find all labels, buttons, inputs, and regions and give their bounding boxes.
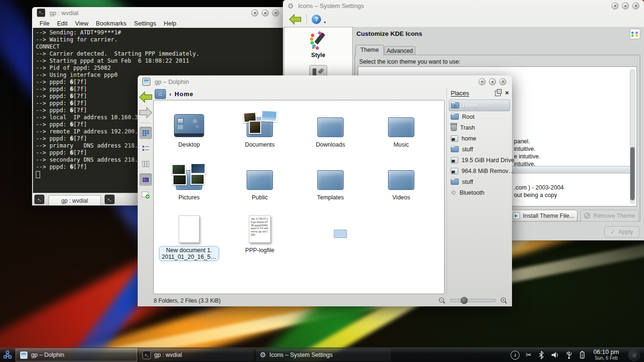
icons-view-button[interactable] <box>140 127 152 139</box>
preview-toggle-button[interactable] <box>140 173 152 186</box>
menu-help[interactable]: Help <box>160 19 180 27</box>
install-theme-button[interactable]: Install Theme File... <box>510 210 578 222</box>
minimize-button[interactable]: ▾ <box>611 2 619 9</box>
folder-item-documents[interactable]: Documents <box>224 103 295 156</box>
minimize-button[interactable]: ▾ <box>479 78 486 85</box>
maximize-button[interactable]: ● <box>489 78 496 85</box>
taskbar-task-dolphin[interactable]: gp – Dolphin <box>16 348 137 362</box>
places-item-stuff2[interactable]: stuff <box>449 176 510 187</box>
terminal-line: --> Starting pppd at Sun Feb 6 18:08:22 … <box>36 58 283 65</box>
maximize-button[interactable]: ● <box>622 2 629 9</box>
battery-icon[interactable] <box>579 351 586 359</box>
photo-thumbnail <box>261 110 277 122</box>
menu-view[interactable]: View <box>71 19 92 27</box>
dolphin-titlebar[interactable]: gp – Dolphin <box>138 75 512 88</box>
overview-grid-icon[interactable] <box>630 29 640 39</box>
folder-icon <box>451 146 459 152</box>
icons-view-icon <box>142 129 149 137</box>
app-launcher-button[interactable] <box>0 348 15 362</box>
folder-item-videos[interactable]: Videos <box>366 156 437 209</box>
close-button[interactable]: ✕ <box>499 78 506 85</box>
places-item-stuff[interactable]: stuff <box>449 144 510 155</box>
folder-item-public[interactable]: Public <box>224 156 295 209</box>
menu-edit[interactable]: Edit <box>53 19 71 27</box>
toolbar-separator <box>306 14 307 25</box>
help-icon[interactable]: ? <box>312 15 321 24</box>
settings-titlebar[interactable]: ⚙ Icons – System Settings <box>283 0 644 12</box>
sidebar-item-style[interactable]: Style <box>311 52 325 58</box>
folder-item-pictures[interactable]: Pictures <box>154 156 224 209</box>
zoom-slider[interactable] <box>450 299 496 302</box>
clipboard-scissors-icon[interactable]: ✂ <box>526 351 532 359</box>
folder-icon <box>388 170 414 190</box>
minimize-button[interactable]: ▾ <box>251 9 258 16</box>
places-item-hard-drive[interactable]: 19.5 GiB Hard Drive <box>449 155 510 165</box>
taskbar-task-wvdial[interactable]: >_ gp : wvdial <box>138 348 255 362</box>
scrollbar[interactable] <box>630 69 635 204</box>
back-button[interactable] <box>139 91 153 103</box>
drag-ghost-icon <box>334 230 347 238</box>
close-button[interactable]: ✕ <box>632 2 639 9</box>
split-view-button[interactable] <box>140 189 152 201</box>
chevron-down-icon[interactable]: ▾ <box>324 20 326 25</box>
remove-theme-button[interactable]: Remove Theme <box>580 210 639 222</box>
new-tab-button[interactable]: >_ <box>34 195 44 204</box>
zoom-slider-thumb[interactable] <box>461 297 468 304</box>
places-item-home-drive[interactable]: home <box>449 133 510 144</box>
places-panel: Places ✕ ⌂ Home Root Trash home <box>446 88 510 295</box>
folder-icon <box>247 117 273 137</box>
maximize-button[interactable]: ● <box>262 9 269 16</box>
menu-settings[interactable]: Settings <box>130 19 160 27</box>
forward-button[interactable] <box>139 107 153 119</box>
menu-bookmarks[interactable]: Bookmarks <box>92 19 130 27</box>
folder-icon <box>247 170 273 190</box>
panel-toolbox-icon[interactable] <box>628 349 640 361</box>
close-button[interactable]: ✕ <box>272 9 279 16</box>
usb-device-icon[interactable] <box>565 351 573 359</box>
taskbar-task-system-settings[interactable]: ⚙ Icons – System Settings <box>256 348 391 362</box>
icon-theme-prompt: Select the icon theme you want to use: <box>359 58 461 65</box>
folder-item-downloads[interactable]: Downloads <box>295 103 366 156</box>
bluetooth-icon[interactable] <box>538 351 545 359</box>
konsole-window-title: gp : wvdial <box>50 9 78 16</box>
places-item-trash[interactable]: Trash <box>449 122 510 133</box>
tab-theme[interactable]: Theme <box>355 45 384 55</box>
apply-button[interactable]: ✓ Apply <box>604 226 639 238</box>
places-item-home[interactable]: ⌂ Home <box>449 99 510 111</box>
places-item-removable[interactable]: 964.8 MiB Remov… <box>449 165 510 176</box>
details-view-button[interactable] <box>140 142 152 155</box>
places-item-bluetooth[interactable]: ⚙ Bluetooth <box>449 187 510 198</box>
folder-item-templates[interactable]: Templates <box>295 156 366 209</box>
places-item-root[interactable]: Root <box>449 111 510 122</box>
folder-item-desktop[interactable]: Desktop <box>154 103 224 156</box>
gear-icon: ⚙ <box>288 2 294 10</box>
file-item-new-document[interactable]: New document 1. 2011_01_20_16_5… <box>154 209 224 262</box>
clock[interactable]: 06:10 pm Sun, 6 Feb <box>592 349 621 361</box>
no-entry-icon <box>584 213 590 219</box>
columns-view-button[interactable] <box>140 158 152 170</box>
window-dolphin: gp – Dolphin ▾ ● ✕ ⌂ › Home <box>138 75 512 306</box>
tab-advanced[interactable]: Advanced <box>384 46 415 55</box>
konsole-titlebar[interactable]: >_ gp : wvdial <box>32 7 287 18</box>
konsole-tab[interactable]: gp : wvdial <box>49 195 101 206</box>
zoom-in-icon[interactable] <box>500 297 507 304</box>
settings-toolbar: ? ▾ <box>283 12 644 27</box>
zoom-out-icon[interactable] <box>438 297 446 304</box>
drive-icon <box>451 135 458 142</box>
info-icon[interactable]: i <box>511 351 520 360</box>
konsole-menubar: File Edit View Bookmarks Settings Help <box>32 18 287 28</box>
menu-file[interactable]: File <box>36 19 53 27</box>
dolphin-file-view[interactable]: Desktop Documents Downloads Music <box>153 100 445 294</box>
close-tab-button[interactable]: >_ <box>105 195 115 204</box>
folder-item-music[interactable]: Music <box>366 103 437 156</box>
style-icon[interactable] <box>308 31 328 51</box>
float-panel-icon[interactable] <box>495 90 501 96</box>
breadcrumb-home[interactable]: Home <box>174 90 193 98</box>
theme-list-text: panel. intuitive. e intuitive. intuitive… <box>514 138 540 168</box>
file-item-ppp-logfile[interactable]: Jan 17 09:47:18 gp-Aspire-5738 pppd[1946… <box>224 209 295 262</box>
close-panel-icon[interactable]: ✕ <box>505 90 509 96</box>
places-selector-button[interactable]: ⌂ <box>155 89 166 99</box>
scrollbar-thumb[interactable] <box>630 147 635 200</box>
back-button[interactable] <box>289 14 302 25</box>
volume-icon[interactable] <box>551 351 559 359</box>
